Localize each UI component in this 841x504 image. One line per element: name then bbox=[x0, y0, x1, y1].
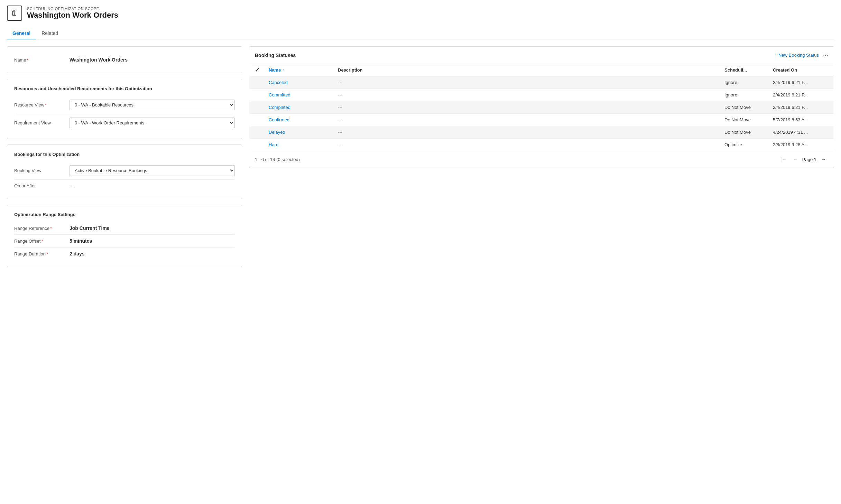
prev-page-button[interactable]: ← bbox=[791, 155, 800, 164]
th-checkbox: ✓ bbox=[255, 67, 269, 73]
table-row: Hard --- Optimize 2/8/2019 9:28 A... bbox=[249, 139, 834, 151]
th-scheduling: Scheduli... bbox=[724, 67, 773, 73]
row-created-on-2: 2/4/2019 6:21 P... bbox=[773, 105, 828, 110]
name-card: Name* Washington Work Orders bbox=[7, 46, 242, 73]
row-created-on-5: 2/8/2019 9:28 A... bbox=[773, 142, 828, 147]
on-or-after-row: On or After --- bbox=[14, 180, 235, 192]
range-reference-row: Range Reference* Job Current Time bbox=[14, 222, 235, 235]
booking-statuses-card: Booking Statuses + New Booking Status ··… bbox=[249, 46, 834, 168]
table-footer: 1 - 6 of 14 (0 selected) |← ← Page 1 → bbox=[249, 151, 834, 168]
main-layout: Name* Washington Work Orders Resources a… bbox=[7, 46, 834, 267]
row-created-on-1: 2/4/2019 6:21 P... bbox=[773, 92, 828, 97]
row-created-on-4: 4/24/2019 4:31 ... bbox=[773, 130, 828, 135]
table-row: Completed --- Do Not Move 2/4/2019 6:21 … bbox=[249, 101, 834, 114]
booking-view-label: Booking View bbox=[14, 168, 70, 173]
on-or-after-value: --- bbox=[70, 183, 235, 188]
row-description-5: --- bbox=[338, 142, 724, 147]
row-description-1: --- bbox=[338, 92, 724, 97]
booking-view-dropdown[interactable]: Active Bookable Resource Bookings bbox=[70, 165, 235, 176]
table-row: Delayed --- Do Not Move 4/24/2019 4:31 .… bbox=[249, 126, 834, 139]
row-name-1[interactable]: Committed bbox=[269, 92, 338, 97]
row-scheduling-0: Ignore bbox=[724, 80, 773, 85]
tab-related[interactable]: Related bbox=[36, 28, 64, 39]
left-column: Name* Washington Work Orders Resources a… bbox=[7, 46, 242, 267]
header-icon: 🗓 bbox=[7, 6, 22, 21]
range-reference-label: Range Reference* bbox=[14, 226, 70, 231]
booking-view-row: Booking View Active Bookable Resource Bo… bbox=[14, 162, 235, 180]
next-page-button[interactable]: → bbox=[819, 155, 828, 164]
row-name-2[interactable]: Completed bbox=[269, 105, 338, 110]
more-options-button[interactable]: ··· bbox=[823, 52, 828, 59]
row-name-0[interactable]: Canceled bbox=[269, 80, 338, 85]
bookings-section-title: Bookings for this Optimization bbox=[14, 152, 235, 157]
row-description-3: --- bbox=[338, 117, 724, 122]
table-body: Canceled --- Ignore 2/4/2019 6:21 P... C… bbox=[249, 76, 834, 151]
range-duration-label: Range Duration* bbox=[14, 251, 70, 256]
header-checkmark: ✓ bbox=[255, 67, 259, 73]
first-page-button[interactable]: |← bbox=[779, 155, 788, 164]
page-label: Page 1 bbox=[802, 157, 816, 162]
bookings-card: Bookings for this Optimization Booking V… bbox=[7, 144, 242, 199]
range-duration-value: 2 days bbox=[70, 251, 235, 256]
pagination: |← ← Page 1 → bbox=[779, 155, 828, 164]
row-created-on-3: 5/7/2019 8:53 A... bbox=[773, 117, 828, 122]
th-description: Description bbox=[338, 67, 724, 73]
requirement-view-row: Requirement View 0 - WA - Work Order Req… bbox=[14, 114, 235, 132]
optimization-range-title: Optimization Range Settings bbox=[14, 212, 235, 217]
header-text: SCHEDULING OPTIMIZATION SCOPE Washington… bbox=[27, 7, 118, 20]
th-name[interactable]: Name ↑ bbox=[269, 67, 338, 73]
resource-view-row: Resource View* 0 - WA - Bookable Resourc… bbox=[14, 96, 235, 114]
table-row: Committed --- Ignore 2/4/2019 6:21 P... bbox=[249, 89, 834, 101]
sort-icon-name: ↑ bbox=[282, 68, 284, 72]
resource-view-select[interactable]: 0 - WA - Bookable Resources bbox=[70, 100, 235, 110]
range-reference-value: Job Current Time bbox=[70, 225, 235, 231]
right-column: Booking Statuses + New Booking Status ··… bbox=[249, 46, 834, 267]
requirement-view-dropdown[interactable]: 0 - WA - Work Order Requirements bbox=[70, 118, 235, 128]
tab-bar: General Related bbox=[7, 28, 834, 39]
name-value: Washington Work Orders bbox=[70, 57, 235, 63]
page-title: Washington Work Orders bbox=[27, 11, 118, 20]
row-name-4[interactable]: Delayed bbox=[269, 130, 338, 135]
booking-statuses-header: Booking Statuses + New Booking Status ··… bbox=[249, 47, 834, 64]
table-row: Canceled --- Ignore 2/4/2019 6:21 P... bbox=[249, 76, 834, 89]
resources-card: Resources and Unscheduled Requirements f… bbox=[7, 79, 242, 139]
range-offset-row: Range Offset* 5 minutes bbox=[14, 235, 235, 248]
footer-info: 1 - 6 of 14 (0 selected) bbox=[255, 157, 775, 162]
page-header: 🗓 SCHEDULING OPTIMIZATION SCOPE Washingt… bbox=[7, 6, 834, 21]
name-label: Name* bbox=[14, 57, 70, 63]
row-scheduling-1: Ignore bbox=[724, 92, 773, 97]
tab-general[interactable]: General bbox=[7, 28, 36, 39]
on-or-after-label: On or After bbox=[14, 183, 70, 188]
th-created-on: Created On bbox=[773, 67, 828, 73]
resources-section-title: Resources and Unscheduled Requirements f… bbox=[14, 86, 235, 91]
row-name-5[interactable]: Hard bbox=[269, 142, 338, 147]
table-row: Confirmed --- Do Not Move 5/7/2019 8:53 … bbox=[249, 114, 834, 126]
header-subtitle: SCHEDULING OPTIMIZATION SCOPE bbox=[27, 7, 118, 11]
row-description-0: --- bbox=[338, 80, 724, 85]
name-row: Name* Washington Work Orders bbox=[14, 54, 235, 66]
resource-view-label: Resource View* bbox=[14, 102, 70, 108]
row-description-4: --- bbox=[338, 130, 724, 135]
range-duration-row: Range Duration* 2 days bbox=[14, 248, 235, 260]
row-scheduling-3: Do Not Move bbox=[724, 117, 773, 122]
row-scheduling-4: Do Not Move bbox=[724, 130, 773, 135]
row-created-on-0: 2/4/2019 6:21 P... bbox=[773, 80, 828, 85]
optimization-range-card: Optimization Range Settings Range Refere… bbox=[7, 205, 242, 267]
range-offset-label: Range Offset* bbox=[14, 239, 70, 244]
table-header: ✓ Name ↑ Description Scheduli... bbox=[249, 64, 834, 76]
row-scheduling-5: Optimize bbox=[724, 142, 773, 147]
booking-statuses-table: ✓ Name ↑ Description Scheduli... bbox=[249, 64, 834, 168]
resource-view-dropdown[interactable]: 0 - WA - Bookable Resources bbox=[70, 100, 235, 110]
range-offset-value: 5 minutes bbox=[70, 238, 235, 244]
new-booking-status-button[interactable]: + New Booking Status bbox=[775, 53, 819, 58]
booking-view-select[interactable]: Active Bookable Resource Bookings bbox=[70, 165, 235, 176]
booking-statuses-title: Booking Statuses bbox=[255, 53, 775, 58]
row-name-3[interactable]: Confirmed bbox=[269, 117, 338, 122]
requirement-view-label: Requirement View bbox=[14, 120, 70, 125]
booking-actions: + New Booking Status ··· bbox=[775, 52, 828, 59]
row-description-2: --- bbox=[338, 105, 724, 110]
requirement-view-select[interactable]: 0 - WA - Work Order Requirements bbox=[70, 118, 235, 128]
row-scheduling-2: Do Not Move bbox=[724, 105, 773, 110]
